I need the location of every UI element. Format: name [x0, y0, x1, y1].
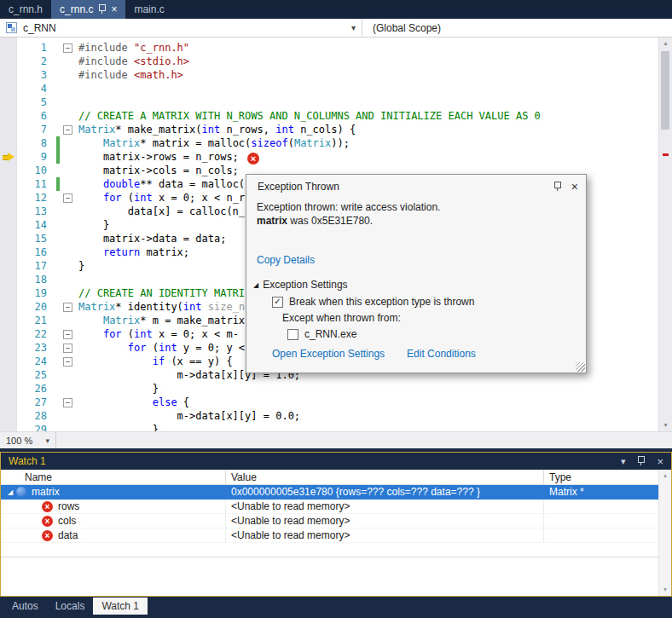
window-menu-icon[interactable]: ▾ — [621, 457, 626, 466]
line-number: 26 — [17, 382, 55, 396]
watch-row-matrix[interactable]: ◢matrix0x000000005e31e780 {rows=??? cols… — [1, 485, 658, 500]
line-number: 4 — [17, 82, 55, 95]
line-number: 25 — [17, 368, 55, 382]
column-header-name[interactable]: Name — [1, 470, 226, 484]
line-number: 11 — [17, 177, 55, 191]
watch-grid: Name Value Type ◢matrix0x000000005e31e78… — [1, 470, 671, 596]
close-icon[interactable]: × — [657, 456, 663, 467]
document-tab-c-rnn-h[interactable]: c_rnn.h — [0, 0, 51, 19]
line-number: 12 — [17, 191, 55, 205]
scroll-down-icon[interactable]: ▾ — [659, 419, 672, 431]
line-number: 9 — [17, 150, 55, 164]
zoom-select[interactable]: 100 % ▾ — [0, 432, 56, 448]
project-dropdown[interactable]: c_RNN ▾ — [0, 19, 362, 37]
line-number: 20 — [17, 300, 55, 314]
execution-arrow-icon — [3, 153, 14, 161]
code-line: 29 } — [0, 423, 658, 431]
exception-popup: Exception Thrown × Exception thrown: wri… — [246, 174, 587, 373]
code-line: 9 matrix->rows = n_rows;× — [0, 150, 658, 164]
fold-toggle-icon[interactable]: − — [63, 344, 72, 353]
editor-vertical-scrollbar[interactable]: ▴ ▾ — [658, 38, 672, 431]
expander-icon[interactable]: ◢ — [4, 488, 16, 496]
document-tab-main-c[interactable]: main.c — [125, 0, 172, 19]
watch-value: <Unable to read memory> — [226, 514, 544, 528]
tool-tab-autos[interactable]: Autos — [3, 598, 47, 615]
fold-toggle-icon[interactable]: − — [63, 398, 72, 407]
document-tab-c-rnn-c[interactable]: c_rnn.c× — [51, 0, 125, 19]
fold-toggle-icon[interactable]: − — [63, 43, 72, 53]
watch-row-rows[interactable]: ×rows<Unable to read memory> — [1, 500, 658, 514]
line-number: 3 — [17, 68, 55, 82]
project-icon — [6, 22, 17, 33]
watch-type — [544, 528, 658, 542]
code-line: 28 m->data[x][y] = 0.0; — [0, 409, 658, 423]
checkbox-unchecked-icon[interactable] — [287, 329, 298, 340]
edit-conditions-link[interactable]: Edit Conditions — [407, 348, 476, 360]
scrollbar-thumb[interactable] — [661, 51, 669, 130]
chevron-down-icon[interactable]: ▾ — [351, 23, 356, 32]
close-icon[interactable]: × — [111, 4, 117, 14]
line-number: 14 — [17, 218, 55, 232]
code-line: 27− else { — [0, 396, 658, 409]
variable-pointer-icon — [16, 487, 26, 497]
checkbox-checked-icon[interactable]: ✓ — [272, 297, 283, 308]
scroll-down-icon[interactable]: ▾ — [659, 584, 671, 596]
watch-row-cols[interactable]: ×cols<Unable to read memory> — [1, 514, 658, 528]
line-number: 23 — [17, 341, 55, 355]
scroll-up-icon[interactable]: ▴ — [659, 38, 672, 49]
tool-tab-watch-1[interactable]: Watch 1 — [93, 598, 148, 615]
close-icon[interactable]: × — [571, 181, 578, 193]
tool-window-tab-bar: AutosLocalsWatch 1 — [0, 597, 672, 618]
code-line: 5 — [0, 95, 658, 109]
scroll-up-icon[interactable]: ▴ — [659, 470, 671, 482]
copy-details-link[interactable]: Copy Details — [257, 254, 315, 266]
watch-value: <Unable to read memory> — [226, 500, 544, 513]
tool-tab-locals[interactable]: Locals — [47, 598, 94, 615]
watch-titlebar[interactable]: Watch 1 ▾ × — [1, 453, 671, 470]
open-exception-settings-link[interactable]: Open Exception Settings — [272, 348, 385, 360]
line-number: 16 — [17, 245, 55, 259]
fold-toggle-icon[interactable]: − — [63, 330, 72, 339]
column-header-value[interactable]: Value — [226, 470, 544, 484]
break-checkbox-row[interactable]: ✓ Break when this exception type is thro… — [272, 296, 576, 308]
document-tab-label: c_rnn.h — [9, 3, 43, 15]
error-icon: × — [42, 530, 53, 541]
pin-icon[interactable] — [553, 182, 561, 192]
watch-name-cell: ×data — [1, 528, 226, 542]
scope-dropdown[interactable]: (Global Scope) — [362, 19, 672, 37]
line-number: 10 — [17, 164, 55, 177]
watch-empty-row[interactable] — [1, 543, 658, 557]
error-marker — [663, 153, 669, 156]
module-checkbox-row[interactable]: c_RNN.exe — [287, 328, 576, 340]
fold-toggle-icon[interactable]: − — [63, 193, 72, 203]
pin-icon[interactable] — [637, 456, 645, 466]
exception-settings-header[interactable]: ◢ Exception Settings — [253, 279, 576, 291]
line-number: 22 — [17, 327, 55, 341]
error-icon[interactable]: × — [247, 153, 259, 165]
watch-name: rows — [58, 500, 79, 512]
code-line: 26 } — [0, 382, 658, 396]
column-header-type[interactable]: Type — [544, 470, 658, 484]
editor-bottom-strip: 100 % ▾ — [0, 431, 672, 448]
resize-grip[interactable] — [576, 362, 585, 372]
except-from-label: Except when thrown from: — [282, 312, 576, 324]
watch-vertical-scrollbar[interactable]: ▴ ▾ — [658, 470, 671, 596]
fold-toggle-icon[interactable]: − — [63, 125, 72, 135]
watch-name: matrix — [32, 486, 60, 498]
fold-toggle-icon[interactable]: − — [63, 303, 72, 312]
code-line: 2#include <stdio.h> — [0, 55, 658, 68]
document-tab-bar: c_rnn.hc_rnn.c×main.c — [0, 0, 672, 19]
code-line: 4 — [0, 82, 658, 95]
line-number: 29 — [17, 423, 55, 431]
line-number: 7 — [17, 123, 55, 136]
exception-variable: matrix — [257, 215, 287, 227]
error-icon: × — [42, 501, 53, 512]
code-line: 7−Matrix* make_matrix(int n_rows, int n_… — [0, 123, 658, 136]
pin-icon[interactable] — [98, 4, 106, 14]
watch-row-data[interactable]: ×data<Unable to read memory> — [1, 528, 658, 543]
collapse-icon: ◢ — [253, 281, 258, 289]
watch-name-cell: ◢matrix — [1, 485, 226, 499]
line-number: 8 — [17, 136, 55, 150]
fold-toggle-icon[interactable]: − — [63, 357, 72, 367]
chevron-down-icon[interactable]: ▾ — [45, 436, 49, 445]
